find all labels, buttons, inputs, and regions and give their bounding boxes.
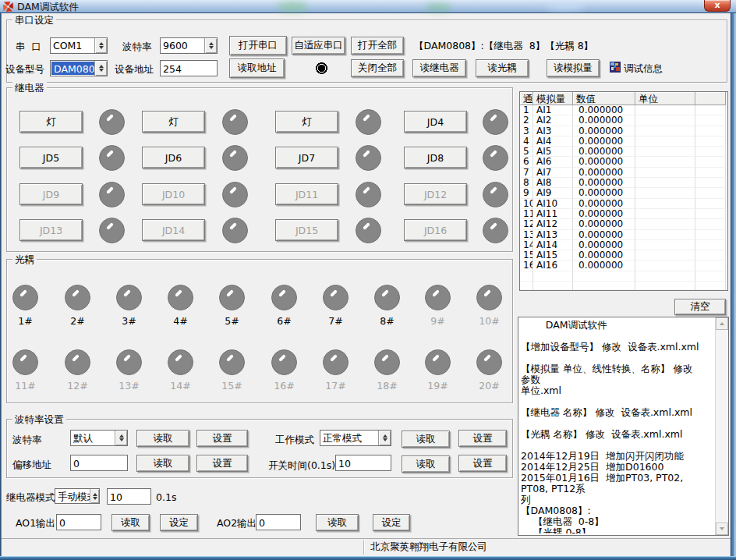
open-all-button[interactable]: 打开全部 <box>351 37 404 55</box>
titlebar-reflection <box>546 2 585 11</box>
table-cell: AI16 <box>533 261 573 271</box>
baud-rate-select[interactable]: 9600 <box>160 37 218 54</box>
column-header-1[interactable]: 通 <box>520 92 533 105</box>
column-header-2[interactable]: 模拟量 <box>533 92 573 105</box>
offset-address-field[interactable] <box>70 455 128 471</box>
analog-table-row[interactable]: 4AI40.000000 <box>520 136 727 147</box>
relay-button-3[interactable]: 灯 <box>275 111 338 133</box>
clear-log-button[interactable]: 清空 <box>674 299 726 315</box>
table-cell <box>533 271 573 282</box>
analog-table-row[interactable]: 6AI60.000000 <box>520 157 727 167</box>
analog-table-row[interactable]: 14AI140.000000 <box>520 240 727 250</box>
analog-table-row[interactable]: 13AI130.000000 <box>520 230 727 240</box>
ao2-set-button[interactable]: 设定 <box>373 514 410 531</box>
chevron-down-icon[interactable] <box>115 431 127 445</box>
ao2-field[interactable] <box>256 514 301 530</box>
device-model-select[interactable]: DAM0808 <box>50 60 108 76</box>
baud-read-button[interactable]: 读取 <box>136 430 189 447</box>
relay-button-1[interactable]: 灯 <box>19 111 83 133</box>
baud-setting-select[interactable]: 默认 <box>70 430 128 446</box>
relay-button-4[interactable]: JD4 <box>404 111 467 133</box>
chevron-down-icon[interactable] <box>378 431 391 445</box>
analog-table-row[interactable]: 11AI110.000000 <box>520 209 727 219</box>
table-cell <box>635 168 695 178</box>
opto-led-indicator-1 <box>12 285 38 310</box>
table-cell: 2 <box>520 115 533 126</box>
column-header-4[interactable]: 单位 <box>635 92 695 105</box>
switch-time-read-button[interactable]: 读取 <box>402 455 450 473</box>
table-cell: AI6 <box>533 157 573 167</box>
relay-time-field[interactable] <box>107 488 151 505</box>
offset-read-button[interactable]: 读取 <box>136 455 189 472</box>
serial-port-select[interactable]: COM1 <box>50 37 108 54</box>
work-mode-set-button[interactable]: 设置 <box>458 430 507 447</box>
relay-button-6[interactable]: JD6 <box>142 147 205 168</box>
analog-table-row[interactable]: 1AI10.000000 <box>520 105 727 115</box>
analog-table-row[interactable]: 7AI70.000000 <box>520 168 727 178</box>
analog-table-row[interactable]: 9AI90.000000 <box>520 188 727 198</box>
analog-table-row[interactable]: 3AI30.000000 <box>520 126 727 136</box>
read-relay-button[interactable]: 读继电器 <box>412 59 466 77</box>
baud-set-button[interactable]: 设置 <box>196 430 248 447</box>
relay-button-7[interactable]: JD7 <box>275 147 338 168</box>
analog-table-row[interactable]: 10AI100.000000 <box>520 199 727 209</box>
table-cell: 0.000000 <box>573 168 635 178</box>
close-all-button[interactable]: 关闭全部 <box>351 59 404 77</box>
analog-table-row[interactable]: 12AI120.000000 <box>520 219 727 229</box>
ao1-read-button[interactable]: 读取 <box>111 514 150 531</box>
close-button[interactable]: x <box>704 0 731 12</box>
table-cell: 0.000000 <box>573 126 635 136</box>
analog-table-row[interactable]: 15AI150.000000 <box>520 250 727 261</box>
chevron-down-icon[interactable] <box>204 38 217 53</box>
titlebar-reflection <box>425 3 451 12</box>
column-header-3[interactable]: 数值 <box>573 92 635 105</box>
analog-table-row[interactable]: 16AI160.000000 <box>520 261 727 271</box>
analog-table-row[interactable]: 8AI80.000000 <box>520 178 727 188</box>
read-analog-button[interactable]: 读模拟量 <box>547 59 600 77</box>
read-address-button[interactable]: 读取地址 <box>229 58 285 78</box>
switch-time-field[interactable] <box>335 455 391 471</box>
relay-led-indicator-10 <box>222 182 248 207</box>
scroll-up-icon[interactable] <box>716 317 728 330</box>
chevron-down-icon[interactable] <box>94 38 107 53</box>
read-opto-button[interactable]: 读光耦 <box>476 59 529 77</box>
table-cell: 12 <box>520 219 533 229</box>
analog-table-row[interactable]: 2AI20.000000 <box>520 115 727 126</box>
log-scrollbar[interactable] <box>715 317 728 535</box>
work-mode-read-button[interactable]: 读取 <box>402 431 450 448</box>
relay-led-indicator-4 <box>483 109 508 135</box>
analog-table-row[interactable]: 5AI50.000000 <box>520 147 727 157</box>
relay-led-indicator-15 <box>356 218 381 243</box>
auto-serial-button[interactable]: 自适应串口 <box>292 37 345 55</box>
ao1-set-button[interactable]: 设定 <box>160 514 198 531</box>
log-panel[interactable]: DAM调试软件 【增加设备型号】 修改 设备表.xml.xml 【模拟量 单位、… <box>518 317 729 536</box>
relay-button-2[interactable]: 灯 <box>142 111 205 133</box>
relay-button-16: JD16 <box>404 219 467 241</box>
relay-mode-select[interactable]: 手动模式 <box>55 488 100 504</box>
device-model-label: 设备型号 <box>5 63 44 76</box>
open-serial-button[interactable]: 打开串口 <box>229 36 287 55</box>
chevron-down-icon[interactable] <box>94 61 107 76</box>
debug-info-icon[interactable] <box>610 61 621 76</box>
opto-led-indicator-5 <box>219 285 245 310</box>
table-cell: 0.000000 <box>573 240 635 250</box>
debug-info-label[interactable]: 调试信息 <box>624 62 663 76</box>
relay-led-indicator-12 <box>483 182 508 207</box>
chevron-down-icon[interactable] <box>90 489 99 503</box>
relay-button-5[interactable]: JD5 <box>19 147 83 168</box>
column-header-5[interactable] <box>695 92 726 105</box>
table-cell: 0.000000 <box>573 136 635 147</box>
analog-table[interactable]: 通模拟量数值单位 1AI10.0000002AI20.0000003AI30.0… <box>519 91 728 291</box>
table-cell <box>695 147 726 157</box>
opto-led-indicator-14 <box>168 349 193 375</box>
switch-time-set-button[interactable]: 设置 <box>458 455 507 472</box>
scroll-down-icon[interactable] <box>716 523 728 535</box>
device-address-field[interactable] <box>160 60 218 76</box>
ao1-field[interactable] <box>56 514 101 530</box>
company-label: 北京聚英翱翔电子有限公司 <box>370 541 487 554</box>
record-dot-icon <box>315 62 328 75</box>
offset-set-button[interactable]: 设置 <box>196 455 248 472</box>
ao2-read-button[interactable]: 读取 <box>316 514 359 531</box>
work-mode-select[interactable]: 正常模式 <box>320 430 391 446</box>
relay-button-8[interactable]: JD8 <box>404 147 467 168</box>
